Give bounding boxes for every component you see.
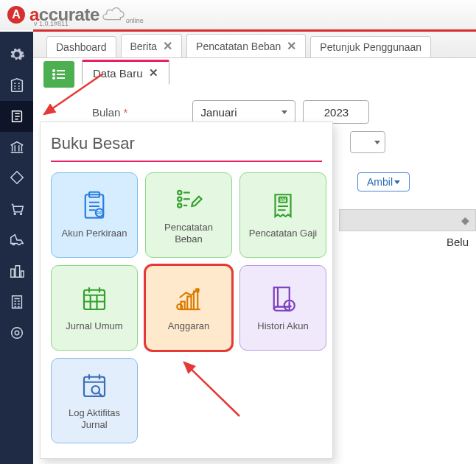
tile-pencatatan-gaji[interactable]: RP Pencatatan Gaji [239, 172, 326, 258]
panel-underline [51, 161, 322, 162]
logo-badge: A [7, 6, 25, 24]
svg-text:RP: RP [280, 197, 286, 202]
sidebar-item-assets[interactable] [0, 256, 33, 287]
receipt-rp-icon: RP [267, 191, 298, 222]
sidebar-item-pricing[interactable] [0, 163, 33, 194]
year-value: 2023 [324, 106, 349, 119]
tile-label: Pencatatan Beban [146, 222, 231, 245]
ambil-label: Ambil [367, 176, 393, 188]
cloud-icon [102, 7, 125, 22]
subtab-data-baru[interactable]: Data Baru ✕ [82, 60, 169, 85]
svg-point-0 [11, 328, 22, 339]
tab-petunjuk[interactable]: Petunjuk Penggunaan [310, 36, 431, 57]
list-pen-icon [173, 185, 204, 216]
buku-besar-panel: Buku Besar RP Akun Perkiraan Pencatatan … [40, 122, 333, 459]
svg-rect-7 [57, 77, 65, 79]
year-input[interactable]: 2023 [303, 100, 369, 124]
panel-title: Buku Besar [51, 134, 322, 153]
logo-sublabel: online [126, 17, 144, 24]
svg-rect-20 [194, 292, 197, 310]
tile-jurnal-umum[interactable]: Jurnal Umum [51, 265, 138, 351]
tile-akun-perkiraan[interactable]: RP Akun Perkiraan [51, 172, 138, 258]
tab-berita[interactable]: Berita✕ [121, 34, 183, 57]
tile-histori-akun[interactable]: Histori Akun [239, 265, 326, 351]
calendar-search-icon [79, 370, 110, 401]
secondary-select[interactable] [350, 131, 385, 153]
svg-rect-17 [84, 290, 105, 309]
tile-label: Pencatatan Gaji [245, 228, 322, 239]
bar-chart-icon [173, 284, 204, 314]
app-version: v 1.0.1#811 [34, 20, 69, 27]
tile-pencatatan-beban[interactable]: Pencatatan Beban [145, 172, 232, 258]
svg-point-21 [177, 304, 182, 309]
tile-grid: RP Akun Perkiraan Pencatatan Beban RP Pe… [51, 172, 322, 443]
svg-point-13 [178, 197, 181, 201]
svg-text:RP: RP [97, 211, 102, 216]
svg-point-4 [52, 73, 55, 76]
chevron-down-icon [281, 110, 287, 114]
sidebar-item-cart[interactable] [0, 194, 33, 225]
sidebar-item-bank[interactable] [0, 132, 33, 163]
calendar-grid-icon [79, 284, 110, 314]
close-icon[interactable]: ✕ [149, 66, 158, 80]
svg-rect-5 [57, 74, 65, 75]
list-toggle-button[interactable] [43, 61, 74, 88]
svg-point-6 [52, 77, 55, 80]
tile-log-aktifitas[interactable]: Log Aktifitas Jurnal [51, 358, 138, 443]
app-header: A accurate online v 1.0.1#811 [0, 0, 476, 29]
ambil-button[interactable]: Ambil [357, 172, 410, 191]
sidebar-item-company[interactable] [0, 70, 33, 101]
sidebar-item-settings[interactable] [0, 39, 33, 70]
svg-point-24 [92, 386, 100, 394]
svg-point-1 [15, 331, 19, 335]
tile-label: Jurnal Umum [61, 320, 127, 332]
svg-point-14 [178, 204, 181, 208]
month-row: Bulan * Januari 2023 [92, 100, 461, 124]
tile-label: Akun Perkiraan [57, 228, 132, 239]
svg-point-12 [178, 191, 181, 194]
tab-label: Berita [130, 41, 158, 52]
tile-label: Histori Akun [253, 320, 312, 332]
subtab-label: Data Baru [93, 67, 143, 80]
close-icon[interactable]: ✕ [163, 39, 172, 53]
tab-label: Petunjuk Penggunaan [320, 41, 421, 53]
main-tabbar: Dashboard Berita✕ Pencatatan Beban✕ Petu… [33, 32, 476, 58]
sub-tabbar: Data Baru ✕ [33, 58, 476, 88]
tab-label: Dashboard [56, 41, 107, 53]
close-icon[interactable]: ✕ [287, 39, 296, 53]
sort-icon: ◆ [461, 214, 469, 226]
table-header-row[interactable]: ◆ [339, 209, 476, 231]
tab-label: Pencatatan Beban [196, 41, 281, 52]
svg-point-2 [52, 69, 55, 72]
book-clock-icon [267, 284, 298, 314]
tile-label: Log Aktifitas Jurnal [52, 407, 137, 430]
list-icon [52, 68, 66, 80]
sidebar-item-ledger[interactable] [0, 101, 33, 132]
left-sidebar [0, 32, 33, 464]
svg-rect-19 [187, 297, 191, 310]
sidebar-item-target[interactable] [0, 317, 33, 348]
svg-rect-3 [57, 70, 65, 71]
tab-dashboard[interactable]: Dashboard [46, 36, 116, 57]
sidebar-item-tax[interactable] [0, 287, 33, 317]
month-label: Bulan * [92, 106, 127, 119]
chevron-down-icon [374, 141, 380, 144]
month-select[interactable]: Januari [192, 100, 295, 124]
header-accent-bar [33, 29, 476, 32]
tile-label: Anggaran [164, 320, 214, 332]
chevron-down-icon [394, 180, 400, 184]
clipboard-rp-icon: RP [79, 191, 110, 222]
month-value: Januari [200, 106, 237, 119]
tile-anggaran[interactable]: Anggaran [145, 265, 232, 351]
tab-pencatatan-beban[interactable]: Pencatatan Beban✕ [186, 34, 306, 57]
sidebar-item-inventory[interactable] [0, 225, 33, 256]
